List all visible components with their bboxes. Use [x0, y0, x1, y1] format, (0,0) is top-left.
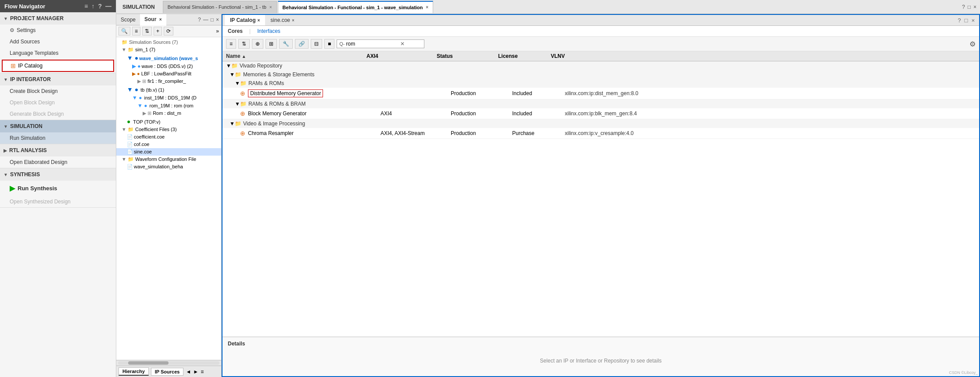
section-project-manager-header[interactable]: ▼ PROJECT MANAGER: [0, 12, 116, 25]
ip-help-icon[interactable]: ?: [958, 17, 961, 24]
ip-sub-separator: |: [249, 28, 251, 34]
ip-row-chroma-resampler[interactable]: ⊕ Chroma Resampler AXI4, AXI4-Stream Pro…: [223, 128, 979, 139]
folder-icon: 📁: [235, 71, 241, 78]
section-synthesis-header[interactable]: ▼ SYNTHESIS: [0, 168, 116, 181]
ip-tb-grid[interactable]: ⊞: [266, 39, 277, 49]
sine-coe-tab-close[interactable]: ×: [292, 18, 294, 23]
tree-top[interactable]: ● TOP (TOP.v): [116, 117, 221, 126]
tree-rom19m[interactable]: ▼ ● rom_19M : rom (rom: [116, 102, 221, 110]
tree-cof-coe[interactable]: 📄cof.coe: [116, 141, 221, 148]
ip-sources-tab[interactable]: IP Sources: [151, 368, 184, 376]
ip-row-blk-mem-gen[interactable]: ⊕ Block Memory Generator AXI4 Production…: [223, 108, 979, 119]
tab-sim1-tb-close[interactable]: ×: [269, 5, 272, 10]
tree-waveform-files[interactable]: ▼ 📁 Waveform Configuration File: [116, 156, 221, 163]
nav-icon-minimize[interactable]: —: [105, 3, 111, 10]
sources-more-btn[interactable]: »: [216, 28, 219, 34]
ip-search-clear[interactable]: ✕: [400, 41, 405, 47]
ip-section-rams-roms-bram[interactable]: ▼ 📁 RAMs & ROMs & BRAM: [223, 100, 979, 108]
sources-expand-btn[interactable]: ⇅: [142, 27, 152, 36]
tree-fir1[interactable]: ▶ ⊞ fir1 : fir_compiler_: [116, 78, 221, 85]
ip-table: Name ▲ AXI4 Status License: [223, 51, 979, 337]
nav-add-sources[interactable]: Add Sources: [0, 36, 116, 47]
ip-details-empty-text: Select an IP or Interface or Repository …: [228, 349, 974, 373]
section-simulation-header[interactable]: ▼ SIMULATION: [0, 120, 116, 132]
ip-search-input[interactable]: [346, 41, 399, 47]
tree-rom-dist[interactable]: ▶ ⊞ Rom : dist_m: [116, 110, 221, 117]
top-bar-close[interactable]: ×: [973, 4, 976, 10]
sources-minimize-icon[interactable]: —: [203, 17, 208, 23]
ip-search-box[interactable]: Q- ✕: [337, 39, 424, 48]
tree-coefficient-coe[interactable]: 📄coefficient.coe: [116, 133, 221, 141]
tree-wave-sim-beha[interactable]: 📄wave_simulation_beha: [116, 163, 221, 171]
sources-tabs: Scope Sour × ? — □ ×: [116, 14, 221, 25]
tree-sim1[interactable]: ▼ 📁 sim_1 (7): [116, 46, 221, 53]
ip-catalog-panel: IP Catalog × sine.coe × ? □ ×: [222, 14, 980, 377]
tab-sim1-wave[interactable]: Behavioral Simulation - Functional - sim…: [278, 1, 434, 13]
sources-add-btn[interactable]: +: [154, 27, 162, 36]
nav-icon-help[interactable]: ?: [98, 3, 102, 10]
tab-sim1-wave-close[interactable]: ×: [426, 5, 428, 10]
ip-tb-expand[interactable]: ⇅: [238, 39, 250, 49]
tree-wave-sim[interactable]: ▼ ●wave_simulation (wave_s: [116, 53, 221, 62]
sources-tab[interactable]: Sour ×: [140, 14, 166, 25]
ip-section-video[interactable]: ▼ 📁 Video & Image Processing: [223, 119, 979, 128]
ip-col-license-header: License: [498, 53, 551, 59]
nav-icon-collapse[interactable]: ≡: [84, 3, 88, 10]
simulation-label: SIMULATION: [120, 4, 158, 10]
sources-search-btn[interactable]: 🔍: [118, 27, 130, 36]
sources-scrollbar[interactable]: [118, 361, 219, 365]
nav-forward[interactable]: ►: [193, 369, 198, 375]
tree-wave-dds[interactable]: ▶ ●wave : DDS (DDS.v) (2): [116, 62, 221, 70]
ip-gear-icon[interactable]: ⚙: [969, 40, 976, 48]
ip-tb-box[interactable]: ⊟: [311, 39, 322, 49]
nav-create-block-design[interactable]: Create Block Design: [0, 85, 116, 97]
sources-refresh-btn[interactable]: ⟳: [164, 27, 173, 36]
nav-run-synthesis[interactable]: ▶ Run Synthesis: [0, 181, 116, 196]
ip-section-vivado-repo[interactable]: ▼ 📁 Vivado Repository: [223, 61, 979, 70]
blk-mem-gen-axi4: AXI4: [381, 110, 451, 117]
tree-inst19m[interactable]: ▼ ● inst_19M : DDS_19M (D: [116, 94, 221, 102]
sources-help-icon[interactable]: ?: [198, 17, 201, 23]
flow-navigator: Flow Navigator ≡ ↑ ? — ▼ PROJECT MANAGER…: [0, 0, 116, 377]
sources-maximize-icon[interactable]: □: [211, 17, 214, 23]
nav-back[interactable]: ◄: [186, 369, 191, 375]
ip-maximize-icon[interactable]: □: [965, 17, 968, 24]
tree-coeff-files[interactable]: ▼ 📁 Coefficient Files (3): [116, 126, 221, 133]
tab-sim1-tb[interactable]: Behavioral Simulation - Functional - sim…: [163, 1, 277, 13]
ip-row-dist-mem-gen[interactable]: ⊕ Distributed Memory Generator Productio…: [223, 88, 979, 100]
sort-icon[interactable]: ▲: [242, 54, 246, 59]
ip-tb-link[interactable]: 🔗: [295, 39, 309, 49]
section-rtl-analysis-header[interactable]: ▶ RTL ANALYSIS: [0, 144, 116, 156]
scope-tab[interactable]: Scope: [116, 14, 140, 25]
nav-run-simulation[interactable]: Run Simulation: [0, 132, 116, 144]
ip-tb-block[interactable]: ■: [324, 39, 334, 49]
ip-section-memories[interactable]: ▼ 📁 Memories & Storage Elements: [223, 70, 979, 79]
sine-coe-tab[interactable]: sine.coe ×: [265, 15, 300, 25]
sources-tab-close[interactable]: ×: [159, 17, 162, 22]
sim-sources-header[interactable]: 📁 Simulation Sources (7): [116, 39, 221, 46]
nav-language-templates[interactable]: Language Templates: [0, 47, 116, 59]
nav-open-elaborated-design[interactable]: Open Elaborated Design: [0, 156, 116, 168]
ip-catalog-tab-close[interactable]: ×: [257, 18, 260, 23]
sources-close-icon[interactable]: ×: [216, 17, 219, 23]
nav-ip-catalog[interactable]: ⊞ IP Catalog: [2, 60, 114, 72]
nav-settings[interactable]: ⚙ Settings: [0, 25, 116, 36]
ip-catalog-tab[interactable]: IP Catalog ×: [225, 15, 265, 25]
tree-tb[interactable]: ▼ ● tb (tb.v) (1): [116, 85, 221, 94]
tree-lbf[interactable]: ▶ ● LBF : LowBandPassFilt: [116, 70, 221, 78]
ip-tb-filter[interactable]: ⊕: [252, 39, 263, 49]
ip-tb-wrench[interactable]: 🔧: [279, 39, 293, 49]
nav-icon-up[interactable]: ↑: [91, 3, 94, 10]
ip-cores-tab[interactable]: Cores: [228, 28, 243, 34]
tree-sine-coe[interactable]: 📄sine.coe: [116, 148, 221, 156]
ip-section-rams-roms[interactable]: ▼ 📁 RAMs & ROMs: [223, 79, 979, 88]
ip-interfaces-tab[interactable]: Interfaces: [257, 28, 280, 34]
hierarchy-tab[interactable]: Hierarchy: [118, 367, 149, 376]
top-bar-help[interactable]: ?: [962, 4, 965, 10]
sources-collapse-btn[interactable]: ≡: [132, 27, 140, 36]
ip-tb-collapse[interactable]: ≡: [226, 39, 236, 49]
nav-menu[interactable]: ≡: [201, 369, 204, 375]
ip-close-icon[interactable]: ×: [971, 17, 975, 24]
section-ip-integrator-header[interactable]: ▼ IP INTEGRATOR: [0, 73, 116, 85]
top-bar-maximize[interactable]: □: [968, 4, 971, 10]
